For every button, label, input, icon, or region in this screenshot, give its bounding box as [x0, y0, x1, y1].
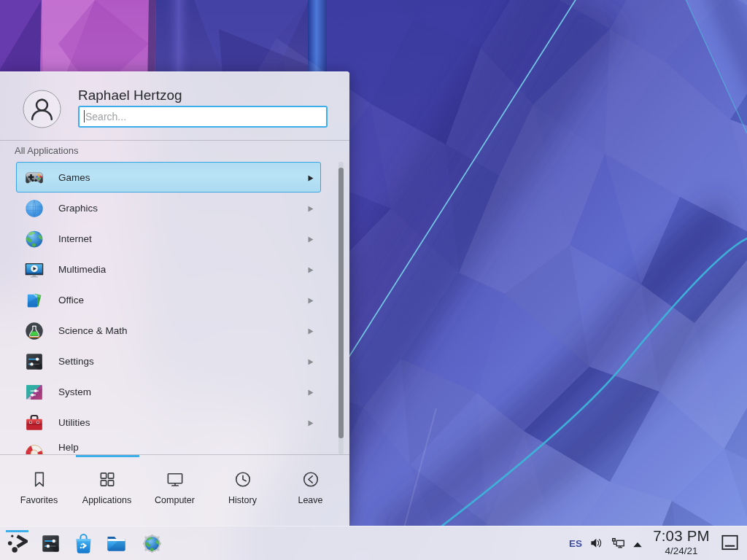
submenu-arrow-icon [308, 389, 314, 396]
clock-time: 7:03 PM [634, 529, 729, 544]
history-icon [233, 470, 252, 489]
graphics-icon [24, 198, 44, 219]
category-label: Games [58, 163, 90, 193]
submenu-arrow-icon [308, 236, 314, 243]
office-icon [24, 290, 44, 311]
tab-label: Favorites [5, 495, 73, 505]
submenu-arrow-icon [308, 206, 314, 212]
user-name: Raphael Hertzog [78, 88, 182, 104]
desktop: Raphael Hertzog All Applications GamesGr… [0, 0, 747, 560]
user-avatar-icon[interactable] [23, 90, 61, 128]
volume-icon[interactable] [590, 537, 603, 549]
games-icon [24, 168, 44, 188]
submenu-arrow-icon [308, 359, 314, 365]
multimedia-icon [24, 260, 44, 280]
category-row-science[interactable]: Science & Math [16, 315, 321, 346]
launcher-tabbar: FavoritesApplicationsComputerHistoryLeav… [5, 457, 344, 526]
taskbar-panel: ES 7:03 PM 4/24/21 [0, 526, 747, 560]
tabbar-separator [0, 454, 349, 455]
tab-applications[interactable]: Applications [73, 457, 141, 526]
keyboard-layout-indicator[interactable]: ES [569, 538, 582, 549]
clock-date: 4/24/21 [634, 546, 729, 556]
category-label: System [58, 377, 91, 408]
favorites-icon [29, 470, 49, 489]
category-row-multimedia[interactable]: Multimedia [16, 254, 321, 284]
category-row-graphics[interactable]: Graphics [16, 192, 321, 223]
tab-leave[interactable]: Leave [276, 457, 344, 526]
utilities-icon [24, 413, 44, 433]
header-separator [0, 140, 349, 141]
leave-icon [301, 470, 320, 489]
category-label: Help [58, 432, 79, 455]
tab-label: Computer [141, 495, 209, 505]
application-launcher-popup: Raphael Hertzog All Applications GamesGr… [0, 71, 349, 526]
category-row-internet[interactable]: Internet [16, 223, 321, 254]
tab-computer[interactable]: Computer [141, 457, 209, 526]
computer-icon [165, 470, 185, 489]
category-label: Multimedia [58, 254, 106, 285]
help-icon [24, 443, 44, 454]
application-category-list: GamesGraphicsInternetMultimediaOfficeSci… [0, 162, 349, 454]
category-label: Internet [58, 224, 92, 254]
category-row-settings[interactable]: Settings [16, 346, 321, 376]
category-row-games[interactable]: Games [16, 162, 321, 192]
system-tray: ES 7:03 PM 4/24/21 [0, 526, 747, 560]
launcher-header: Raphael Hertzog [0, 71, 349, 140]
category-row-system[interactable]: System [16, 376, 321, 407]
category-label: Office [58, 285, 84, 316]
tab-label: Leave [276, 495, 344, 505]
network-icon[interactable] [611, 537, 625, 549]
tab-label: History [209, 495, 276, 505]
category-label: Settings [58, 346, 94, 377]
applications-icon [97, 470, 117, 489]
section-label: All Applications [15, 145, 78, 156]
scrollbar-thumb[interactable] [338, 168, 344, 438]
submenu-arrow-icon [308, 328, 314, 335]
science-icon [24, 321, 44, 341]
category-row-help[interactable]: Help [16, 438, 321, 454]
category-label: Science & Math [58, 316, 128, 346]
submenu-arrow-icon [308, 175, 314, 182]
search-input[interactable] [78, 106, 328, 128]
settings-icon [24, 351, 44, 372]
submenu-arrow-icon [308, 420, 314, 427]
system-icon [24, 382, 44, 402]
text-cursor [84, 110, 85, 122]
submenu-arrow-icon [308, 298, 314, 304]
internet-icon [24, 229, 44, 249]
tab-label: Applications [73, 495, 141, 505]
tab-history[interactable]: History [209, 457, 276, 526]
tab-favorites[interactable]: Favorites [5, 457, 73, 526]
show-desktop-button[interactable] [721, 534, 739, 551]
category-row-office[interactable]: Office [16, 284, 321, 315]
submenu-arrow-icon [308, 267, 314, 273]
category-label: Graphics [58, 193, 98, 224]
digital-clock[interactable]: 7:03 PM 4/24/21 [634, 529, 729, 556]
